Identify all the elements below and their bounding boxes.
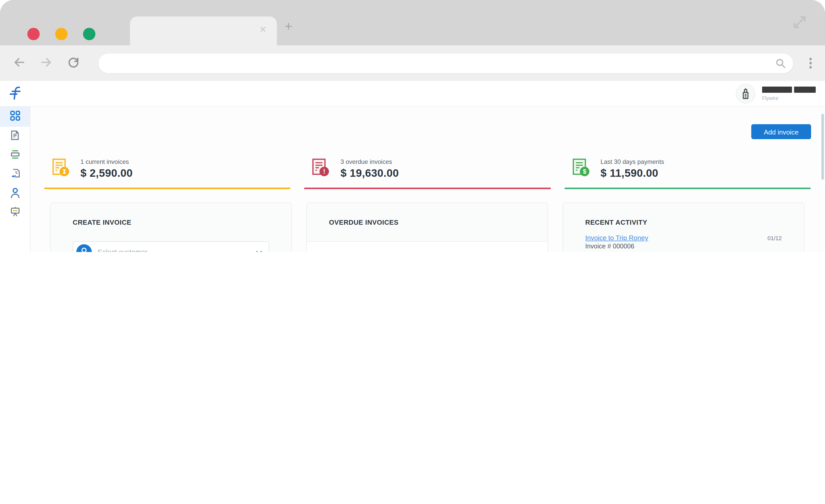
card-amount: $ 2,590.00 [80,167,133,179]
sidebar-item-refunds[interactable] [0,165,30,184]
activity-item: Invoice to Trip Roney 01/12 Invoice # 00… [585,229,782,252]
invoice-document-icon [10,130,20,143]
new-tab-button[interactable]: + [285,20,292,33]
overdue-chart: $ 1,740.00 $ 0.00 $ 0.00 [307,241,547,252]
browser-menu-icon[interactable] [796,58,825,69]
flywire-app: Flywire [0,81,825,252]
current-invoice-icon [52,158,69,179]
card-label: 1 current invoices [80,158,133,165]
browser-tab[interactable]: ✕ [130,16,277,46]
account-menu[interactable]: Flywire [736,84,816,103]
minimize-window-button[interactable] [55,28,68,40]
forward-icon[interactable] [40,56,53,71]
browser-window: ✕ + [0,0,825,252]
activity-list: Invoice to Trip Roney 01/12 Invoice # 00… [563,226,804,252]
svg-text:$: $ [583,168,586,175]
sidebar-item-invoices[interactable] [0,127,30,146]
add-invoice-button[interactable]: Add invoice [751,124,811,139]
overdue-invoices-card[interactable]: ! 3 overdue invoices $ 19,630.00 [304,158,551,189]
url-bar[interactable] [98,53,793,73]
current-invoices-card[interactable]: 1 current invoices $ 2,590.00 [44,158,291,189]
traffic-lights [27,28,95,40]
zoom-window-button[interactable] [83,28,95,40]
activity-date: 01/12 [767,235,782,241]
close-window-button[interactable] [27,28,40,40]
select-customer-placeholder: Select customer [97,248,256,252]
card-amount: $ 11,590.00 [600,167,664,179]
fullscreen-expand-icon[interactable] [792,14,808,32]
recent-activity-panel: RECENT ACTIVITY Invoice to Trip Roney 01… [562,202,804,252]
payments-card[interactable]: $ Last 30 days payments $ 11,590.00 [565,158,811,189]
chevron-down-icon [256,250,262,252]
dashboard-icon [9,110,20,123]
sidebar-item-payments[interactable] [0,146,30,165]
activity-link[interactable]: Invoice to Trip Roney [585,234,648,242]
panel-title: CREATE INVOICE [73,219,269,226]
summary-cards: 1 current invoices $ 2,590.00 [44,158,811,189]
chart-plot-area: $ 1,740.00 $ 0.00 $ 0.00 [328,246,526,252]
sidebar-item-dashboard[interactable] [0,107,30,127]
card-amount: $ 19,630.00 [341,167,399,179]
reload-icon[interactable] [67,56,80,71]
flywire-logo-icon[interactable] [8,85,22,102]
app-header: Flywire [0,81,825,107]
activity-subtitle: Invoice # 000006 [585,243,782,250]
presentation-board-icon [9,206,20,219]
dashboard-main: Add invoice [30,107,825,252]
card-label: 3 overdue invoices [341,158,399,165]
org-avatar [736,84,755,103]
card-label: Last 30 days payments [600,158,664,165]
overdue-invoices-panel: OVERDUE INVOICES $ 1,740.00 $ 0.00 [306,202,548,252]
refund-document-icon [9,168,20,181]
back-icon[interactable] [12,56,26,71]
panel-title: OVERDUE INVOICES [329,219,525,226]
select-customer-dropdown[interactable]: Select customer [73,241,269,252]
sidebar-item-customers[interactable] [0,184,30,203]
account-org-label: Flywire [762,95,816,101]
scrollbar-thumb[interactable] [821,114,824,180]
payments-icon [9,149,20,162]
search-icon[interactable] [775,58,786,71]
payments-received-icon: $ [572,158,589,179]
sidebar-nav [0,107,30,252]
browser-titlebar: ✕ + [0,0,825,46]
create-invoice-panel: CREATE INVOICE Select [50,202,292,252]
tab-close-icon[interactable]: ✕ [259,25,267,34]
panel-title: RECENT ACTIVITY [585,219,782,226]
customer-avatar-icon [76,244,92,252]
browser-toolbar [0,46,825,81]
customer-person-icon [9,187,20,200]
svg-text:!: ! [323,168,325,175]
account-name-redacted [762,86,816,92]
sidebar-item-reports[interactable] [0,203,30,222]
overdue-invoice-icon: ! [312,158,329,179]
